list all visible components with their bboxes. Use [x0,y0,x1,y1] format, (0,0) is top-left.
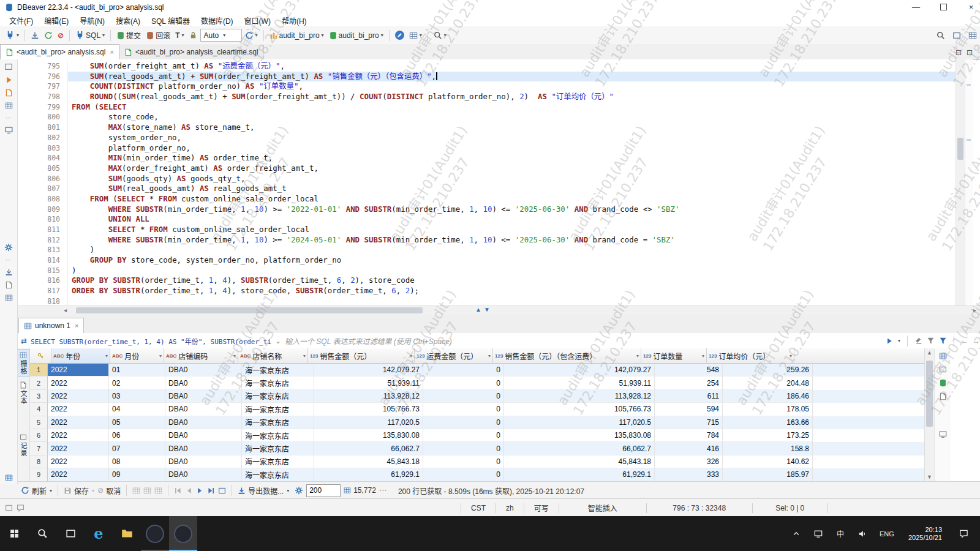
table-cell[interactable]: 0 [423,364,504,377]
table-cell[interactable]: 158.8 [723,442,813,455]
table-cell[interactable]: DBA0 [165,442,242,455]
table-cell[interactable]: 142,079.27 [504,364,655,377]
add-row-icon[interactable] [132,487,140,495]
next-page-icon[interactable] [196,487,204,495]
code-line-805[interactable]: 805 MAX(order_freight_amt) AS order_frei… [17,163,956,174]
table-cell[interactable]: 2022 [48,390,109,403]
filter-input[interactable]: 输入一个 SQL 表达式来过滤结果 (使用 Ctrl+Space) [285,335,452,346]
table-cell[interactable]: DBA0 [165,468,242,481]
start-button[interactable] [0,516,28,551]
duplicate-row-icon[interactable] [143,487,151,495]
filter-settings-icon[interactable] [927,337,935,345]
table-cell[interactable]: 142,079.27 [314,364,423,377]
commit-button[interactable]: 提交 [115,29,143,42]
table-cell[interactable]: 254 [655,377,723,389]
code-area[interactable]: 795 SUM(order_freight_amt_t) AS "运费金额（元）… [17,59,956,305]
table-cell[interactable]: 海一家京东店 [242,416,314,429]
table-cell[interactable]: 594 [655,403,723,416]
result-grid[interactable]: ABC年份▾ABC月份▾ABC店铺编码▾ABC店铺名称▾123销售金额（元）▾1… [30,348,924,481]
code-line-806[interactable]: 806 SUM(goods_qty) AS goods_qty_t, [17,174,956,184]
line-text[interactable]: COUNT(DISTINCT platform_order_no) AS "订单… [68,81,956,92]
line-text[interactable]: SUM(goods_qty) AS goods_qty_t, [68,174,956,184]
new-connection-button[interactable]: ▾ [4,29,21,41]
line-text[interactable]: ROUND((SUM(real_goods_amt_t) + SUM(order… [68,92,956,102]
menu-item[interactable]: 文件(F) [4,14,39,27]
row-count-button[interactable]: 15,772 [344,486,376,495]
more-icon[interactable]: ⋯ [6,114,12,121]
row-number[interactable]: 8 [30,455,48,468]
menu-item[interactable]: 导航(N) [74,14,110,27]
data-transfer-button[interactable]: ▾ [407,30,424,41]
code-line-807[interactable]: 807 SUM(real_goods_amt) AS real_goods_am… [17,184,956,194]
taskbar-clock[interactable]: 20:13 2025/10/21 [902,526,948,542]
table-cell[interactable]: 02 [109,377,165,389]
table-cell[interactable]: 0 [423,455,504,468]
table-cell[interactable]: 117,020.5 [504,416,655,429]
column-header[interactable]: 123运费金额（元）▾ [415,348,493,363]
table-row[interactable]: 4202204DBA0海一家京东店105,766.730105,766.7359… [30,403,924,416]
ime-indicator[interactable]: 中 [831,516,850,551]
table-row[interactable]: 3202203DBA0海一家京东店113,928.120113,928.1261… [30,390,924,403]
apply-filter-icon[interactable] [886,337,893,345]
column-header[interactable]: ABC店铺编码▾ [164,348,238,363]
line-text[interactable]: WHERE SUBSTR(min_order_time, 1, 10) >= '… [68,204,956,215]
refresh-editor-button[interactable] [393,29,406,41]
execute-script-icon[interactable] [5,76,13,84]
table-cell[interactable]: 333 [655,468,723,481]
code-line-808[interactable]: 808 FROM (SELECT * FROM custom_online_sa… [17,194,956,204]
line-text[interactable]: store_code, [68,112,956,122]
table-cell[interactable]: 2022 [48,377,109,389]
code-line-802[interactable]: 802 system_order_no, [17,133,956,143]
line-text[interactable]: ORDER BY SUBSTR(order_time_t, 1, 4), sto… [68,286,956,296]
table-cell[interactable]: 140.62 [723,455,813,468]
code-line-817[interactable]: 817ORDER BY SUBSTR(order_time_t, 1, 4), … [17,286,956,296]
table-cell[interactable]: 海一家京东店 [242,390,314,403]
tab-analysis-cleartime-sql[interactable]: <audit_bi_pro> analysis_cleartime.sql [119,45,264,59]
column-header[interactable]: 123订单均价（元）▾ [707,348,794,363]
table-cell[interactable]: 117,020.5 [314,416,423,429]
table-cell[interactable]: 09 [109,468,165,481]
view-tab-record[interactable]: 记录 [18,432,29,459]
table-cell[interactable]: 416 [655,442,723,455]
perspective-grid-button[interactable] [967,30,979,41]
close-button[interactable]: × [957,0,980,14]
table-cell[interactable]: 2022 [48,468,109,481]
writable-indicator[interactable]: 可写 [524,503,559,513]
table-cell[interactable]: 0 [423,377,504,389]
table-cell[interactable]: DBA0 [165,403,242,416]
column-filter-icon[interactable]: ▾ [233,353,236,359]
history-button[interactable]: ▾ [243,30,260,41]
connect-button[interactable] [29,30,41,41]
delete-row-icon[interactable] [154,487,162,495]
table-row[interactable]: 5202205DBA0海一家京东店117,020.50117,020.57151… [30,416,924,429]
chevron-down-icon[interactable]: ▾ [255,32,258,38]
expand-filter-icon[interactable]: ⌄ [275,337,281,345]
pin-panel-icon[interactable] [939,430,947,438]
table-cell[interactable]: 海一家京东店 [242,377,314,389]
table-cell[interactable]: 61,929.1 [314,468,423,481]
table-cell[interactable]: 2022 [48,416,109,429]
chevron-down-icon[interactable]: ▾ [420,32,422,38]
table-cell[interactable]: 海一家京东店 [242,403,314,416]
table-cell[interactable]: 45,843.18 [504,455,655,468]
table-cell[interactable]: 海一家京东店 [242,468,314,481]
open-perspective-button[interactable] [951,30,963,41]
table-cell[interactable]: 135,830.08 [314,429,423,442]
line-text[interactable]: SUM(order_freight_amt_t) AS "运费金额（元）", [68,61,956,72]
chevron-down-icon[interactable]: ▾ [17,32,19,38]
chevron-down-icon[interactable]: ▾ [181,32,184,38]
first-page-icon[interactable] [174,487,182,495]
table-row[interactable]: 2202202DBA0海一家京东店51,939.11051,939.112542… [30,377,924,389]
code-line-804[interactable]: 804 MIN(min_order_time) AS order_time_t, [17,153,956,163]
table-cell[interactable]: 548 [655,364,723,377]
code-line-812[interactable]: 812 WHERE SUBSTR(min_order_time, 1, 10) … [17,235,956,246]
table-cell[interactable]: 163.66 [723,416,813,429]
table-cell[interactable]: 03 [109,390,165,403]
line-text[interactable]: FROM (SELECT [68,102,956,113]
tasks-icon[interactable] [5,504,13,512]
line-text[interactable]: SUM(real_goods_amt_t) + SUM(order_freigh… [68,72,956,82]
table-cell[interactable]: DBA0 [165,377,242,389]
restore-panel-icon[interactable] [4,62,13,71]
table-cell[interactable]: 105,766.73 [504,403,655,416]
table-cell[interactable]: 105,766.73 [314,403,423,416]
